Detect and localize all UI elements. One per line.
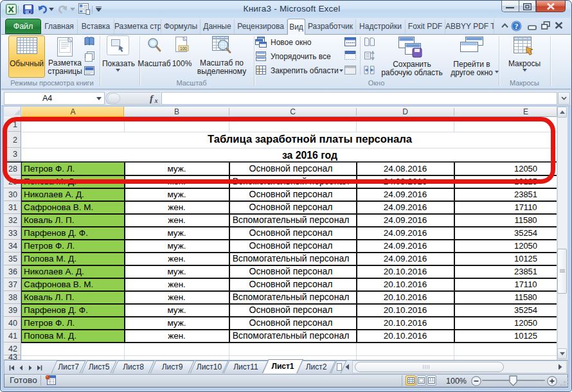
svg-text:?: ? bbox=[515, 22, 519, 31]
svg-text:100: 100 bbox=[180, 46, 187, 51]
svg-text:f: f bbox=[150, 93, 154, 103]
svg-text:x: x bbox=[154, 97, 158, 104]
